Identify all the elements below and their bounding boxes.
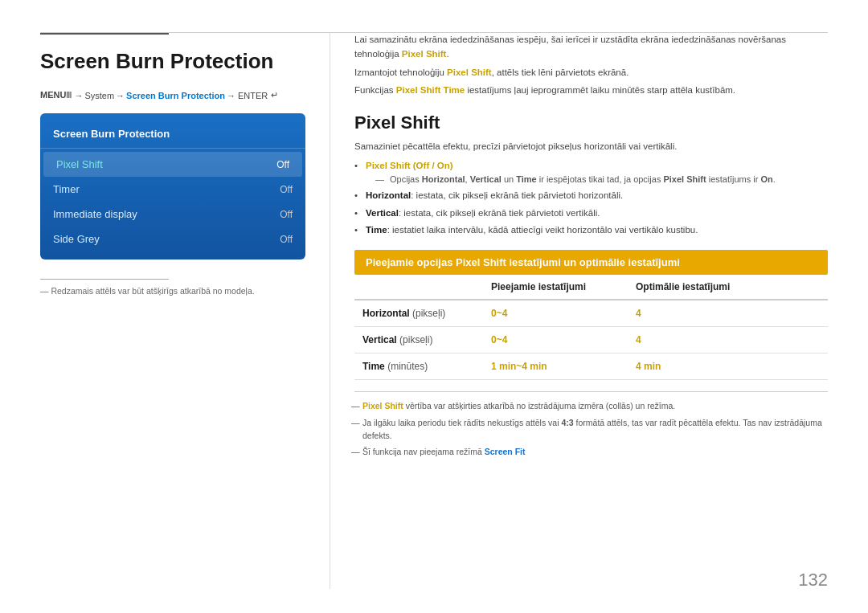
footnote-text: ― Redzamais attēls var būt atšķirīgs atk… (40, 286, 305, 296)
intro-line-3: Funkcijas Pixel Shift Time iestatījums ļ… (354, 83, 828, 97)
intro-line-1: Lai samazinātu ekrāna iededzināšanas ies… (354, 32, 828, 62)
bullet-sub-1: ― Opcijas Horizontal, Vertical un Time i… (375, 173, 828, 186)
table-col-name (354, 275, 483, 300)
menu-box-title: Screen Burn Protection (40, 121, 305, 149)
table-header-row: Pieejamie iestatījumi Optimālie iestatīj… (354, 275, 828, 300)
table-col-available: Pieejamie iestatījumi (483, 275, 628, 300)
menu-path: MENUⅢ → System → Screen Burn Protection … (40, 90, 305, 100)
menu-label: MENUⅢ (40, 90, 72, 100)
menu-link: Screen Burn Protection (126, 91, 225, 100)
bullet-bold-3: Vertical (366, 208, 399, 218)
enter-icon: ↵ (271, 90, 278, 100)
table-cell-available-time: 1 min~4 min (483, 353, 628, 380)
table-body: Horizontal (pikseļi) 0~4 4 Vertical (pik… (354, 300, 828, 380)
menu-item-timer[interactable]: Timer Off (40, 177, 305, 202)
yellow-bar: Pieejamie opcijas Pixel Shift iestatījum… (354, 250, 828, 275)
table-cell-available-horizontal: 0~4 (483, 300, 628, 327)
table-cell-optimal-horizontal: 4 (628, 300, 828, 327)
section-desc: Samaziniet pēcattēla efektu, precīzi pār… (354, 141, 828, 151)
menu-system: System (84, 91, 114, 100)
menu-item-side-grey[interactable]: Side Grey Off (40, 227, 305, 251)
section-title-pixel-shift: Pixel Shift (354, 112, 828, 133)
bottom-note-1-highlight: Pixel Shift (362, 401, 403, 411)
table-row-vertical: Vertical (pikseļi) 0~4 4 (354, 327, 828, 353)
intro-line-2: Izmantojot tehnoloģiju Pixel Shift, attē… (354, 65, 828, 80)
menu-item-label-side-grey: Side Grey (53, 233, 100, 245)
menu-item-label-immediate: Immediate display (53, 208, 137, 220)
menu-item-value-pixel-shift: Off (276, 159, 289, 170)
menu-item-pixel-shift[interactable]: Pixel Shift Off (43, 152, 302, 177)
bottom-note-3: Šī funkcija nav pieejama režīmā Screen F… (354, 446, 828, 459)
table-cell-optimal-vertical: 4 (628, 327, 828, 353)
bullet-item-4: Time: iestatiet laika intervālu, kādā at… (354, 222, 828, 239)
bottom-note-1: Pixel Shift vērtība var atšķirties atkar… (354, 400, 828, 413)
bullet-list: Pixel Shift (Off / On) ― Opcijas Horizon… (354, 157, 828, 239)
highlight-pixel-shift-2: Pixel Shift (447, 67, 492, 77)
bullet-item-1: Pixel Shift (Off / On) ― Opcijas Horizon… (354, 157, 828, 188)
table-cell-label-horizontal: Horizontal (pikseļi) (354, 300, 483, 327)
menu-item-label-pixel-shift: Pixel Shift (56, 158, 103, 170)
menu-item-value-immediate: Off (280, 209, 293, 220)
footnote-divider (40, 279, 169, 280)
table-col-optimal: Optimālie iestatījumi (628, 275, 828, 300)
left-column: Screen Burn Protection MENUⅢ → System → … (40, 32, 330, 589)
menu-box: Screen Burn Protection Pixel Shift Off T… (40, 113, 305, 260)
bullet-bold-2: Horizontal (366, 190, 411, 200)
table-row-time: Time (minūtes) 1 min~4 min 4 min (354, 353, 828, 380)
menu-item-immediate-display[interactable]: Immediate display Off (40, 202, 305, 227)
page-container: Screen Burn Protection MENUⅢ → System → … (0, 0, 868, 613)
table-cell-optimal-time: 4 min (628, 353, 828, 380)
table-cell-available-vertical: 0~4 (483, 327, 628, 353)
menu-item-value-side-grey: Off (280, 234, 293, 245)
settings-table: Pieejamie iestatījumi Optimālie iestatīj… (354, 275, 828, 380)
bottom-note-2: Ja ilgāku laika periodu tiek rādīts neku… (354, 417, 828, 443)
bottom-notes: Pixel Shift vērtība var atšķirties atkar… (354, 391, 828, 459)
highlight-pixel-shift-time: Pixel Shift Time (396, 85, 465, 95)
table-cell-label-vertical: Vertical (pikseļi) (354, 327, 483, 353)
bottom-note-3-highlight: Screen Fit (485, 447, 526, 456)
page-title: Screen Burn Protection (40, 49, 305, 74)
bullet-item-3: Vertical: iestata, cik pikseļi ekrānā ti… (354, 205, 828, 222)
table-cell-label-time: Time (minūtes) (354, 353, 483, 380)
bullet-highlight-1: Pixel Shift (Off / On) (366, 161, 453, 170)
table-row-horizontal: Horizontal (pikseļi) 0~4 4 (354, 300, 828, 327)
bullet-item-2: Horizontal: iestata, cik pikseļi ekrānā … (354, 187, 828, 204)
right-column: Lai samazinātu ekrāna iededzināšanas ies… (330, 32, 828, 589)
highlight-pixel-shift-1: Pixel Shift (402, 49, 447, 59)
top-divider (40, 32, 828, 33)
menu-item-value-timer: Off (280, 184, 293, 195)
bullet-bold-4: Time (366, 225, 387, 235)
table-header: Pieejamie iestatījumi Optimālie iestatīj… (354, 275, 828, 300)
menu-item-label-timer: Timer (53, 183, 80, 195)
page-number: 132 (798, 570, 828, 591)
